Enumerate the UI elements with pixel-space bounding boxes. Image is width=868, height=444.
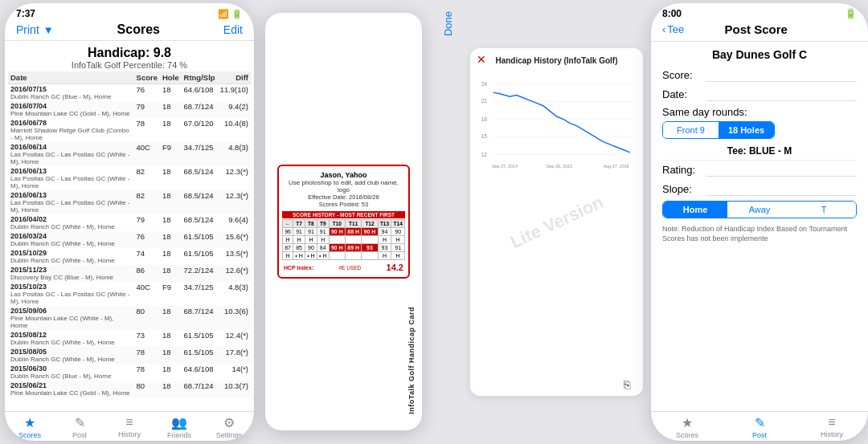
svg-text:Aug 27, 2016: Aug 27, 2016: [604, 164, 629, 169]
cell-hole: 18: [160, 347, 182, 364]
svg-text:Sep 27, 2014: Sep 27, 2014: [492, 164, 518, 169]
tab-history[interactable]: ≡ History: [104, 415, 154, 439]
right-tab-scores[interactable]: ★ Scores: [651, 415, 723, 439]
tab-post[interactable]: ✎ Post: [55, 415, 104, 439]
date-field-row: Date:: [662, 87, 857, 101]
edit-button[interactable]: Edit: [223, 23, 243, 36]
hcp-row3-c5: 90 H: [329, 244, 345, 252]
cell-diff: 9.6(4): [218, 214, 251, 231]
hcp-row2-c5: [329, 236, 345, 244]
same-day-segment[interactable]: Front 9 18 Holes: [662, 121, 775, 139]
right-post-tab-icon: ✎: [755, 415, 765, 430]
score-value[interactable]: [706, 67, 857, 82]
rating-label: Rating:: [662, 164, 706, 176]
front9-button[interactable]: Front 9: [663, 122, 719, 138]
close-icon[interactable]: ✕: [477, 53, 486, 66]
cell-hole: 18: [160, 190, 182, 214]
cell-date: 2016/07/15 Dublin Ranch GC (Blue - M), H…: [8, 84, 134, 102]
cell-rtng: 68.7/124: [182, 381, 218, 397]
hcp-col-t5: T10: [329, 220, 345, 228]
col-hole: Hole: [160, 71, 182, 84]
hcp-row2-c7: [362, 236, 378, 244]
cell-date: 2015/09/06 Pine Mountain Lake CC (White …: [8, 306, 134, 330]
svg-text:12: 12: [481, 152, 488, 157]
home-button[interactable]: Home: [663, 202, 727, 218]
right-tab-post[interactable]: ✎ Post: [723, 415, 796, 439]
hcp-col-t1: ←: [283, 220, 293, 228]
cell-score: 78: [134, 118, 160, 142]
cell-diff: 4.8(3): [218, 142, 251, 166]
chart-panel: ✕ Handicap History (InfoTalk Golf) Lite …: [470, 48, 643, 396]
history-tab-label: History: [118, 430, 141, 438]
hcp-row1-c9: 90: [391, 228, 405, 236]
tee-label: Tee: BLUE - M: [662, 145, 857, 157]
hcp-row1-c4: 91: [317, 228, 329, 236]
handicap-section: Handicap: 9.8 InfoTalk Golf Percentile: …: [5, 41, 254, 71]
nav-bar-right: ‹ Tee Post Score: [651, 21, 868, 42]
done-button[interactable]: Done: [442, 11, 454, 36]
back-button[interactable]: ‹ Tee: [662, 23, 684, 35]
export-icon[interactable]: ⎘: [624, 378, 630, 391]
cell-score: 40C: [134, 142, 160, 166]
hcp-row1-c1: 96: [283, 228, 293, 236]
card-player-name: Jason, Yahoo: [282, 171, 405, 179]
cell-rtng: 68.5/124: [182, 190, 218, 214]
score-field-row: Score:: [662, 67, 857, 82]
table-row: 2015/10/23 Las Positas GC - Las Positas …: [8, 282, 251, 306]
cell-rtng: 68.5/124: [182, 214, 218, 231]
right-tab-history[interactable]: ≡ History: [796, 415, 868, 439]
scores-title: Scores: [117, 22, 160, 37]
18holes-button[interactable]: 18 Holes: [719, 122, 774, 138]
cell-diff: 13.5(*): [218, 248, 251, 265]
cell-hole: 18: [160, 381, 182, 397]
right-post-tab-label: Post: [752, 431, 767, 439]
cell-diff: 10.3(6): [218, 306, 251, 330]
cell-date: 2015/08/12 Dublin Ranch GC (White - M), …: [8, 330, 134, 347]
away-button[interactable]: Away: [727, 202, 792, 218]
tab-scores[interactable]: ★ Scores: [5, 415, 55, 439]
hcp-row3-c2: 85: [293, 244, 305, 252]
hcp-col-t7: T12: [362, 220, 378, 228]
tab-settings[interactable]: ⚙ Settings: [204, 415, 254, 439]
hcp-row3-c3: 90: [305, 244, 317, 252]
slope-field-row: Slope:: [662, 181, 857, 196]
table-row: 2015/08/12 Dublin Ranch GC (White - M), …: [8, 330, 251, 347]
rating-field-row: Rating:: [662, 162, 857, 177]
cell-score: 82: [134, 166, 160, 190]
hcp-row4-c2: • H: [293, 252, 305, 260]
bottom-tabs-left: ★ Scores ✎ Post ≡ History 👥 Friends ⚙ Se…: [5, 411, 254, 441]
cell-date: 2015/10/29 Dublin Ranch GC (White - M), …: [8, 248, 134, 265]
hcp-row1-c7: 90 H: [362, 228, 378, 236]
cell-rtng: 64.6/108: [182, 84, 218, 102]
print-button[interactable]: Print: [16, 23, 39, 36]
cell-date: 2016/06/13 Las Positas GC - Las Positas …: [8, 190, 134, 214]
friends-tab-label: Friends: [167, 431, 191, 439]
hcp-col-t9: T14: [391, 220, 405, 228]
nav-bar-left: Print ▼ Scores Edit: [5, 21, 254, 41]
cell-date: 2016/07/04 Pine Mountain Lake CC (Gold -…: [8, 101, 134, 118]
right-scores-tab-label: Scores: [676, 431, 698, 439]
slope-label: Slope:: [662, 183, 706, 195]
cell-score: 40C: [134, 282, 160, 306]
table-row: 2016/06/13 Las Positas GC - Las Positas …: [8, 166, 251, 190]
card-effective-date: Effective Date: 2016/08/28: [282, 193, 405, 201]
cell-diff: 12.4(*): [218, 330, 251, 347]
rating-value[interactable]: [706, 162, 857, 177]
hcp-row4-c6: [346, 252, 362, 260]
tournament-button[interactable]: T: [792, 202, 856, 218]
col-date: Date: [8, 71, 134, 84]
hcp-row4-c4: • H: [317, 252, 329, 260]
scores-tab-label: Scores: [18, 431, 41, 439]
hcp-row4-c5: [329, 252, 345, 260]
date-value[interactable]: [706, 87, 857, 101]
status-time-left: 7:37: [16, 8, 35, 19]
slope-value[interactable]: [706, 181, 857, 196]
svg-text:Sep 26, 2015: Sep 26, 2015: [547, 164, 572, 169]
table-row: 2015/09/06 Pine Mountain Lake CC (White …: [8, 306, 251, 330]
cell-score: 82: [134, 190, 160, 214]
friends-tab-icon: 👥: [171, 415, 187, 430]
table-row: 2015/06/21 Pine Mountain Lake CC (Gold -…: [8, 381, 251, 397]
tab-friends[interactable]: 👥 Friends: [154, 415, 204, 439]
course-type-segment[interactable]: Home Away T: [662, 201, 857, 218]
filter-icon[interactable]: ▼: [43, 24, 54, 36]
